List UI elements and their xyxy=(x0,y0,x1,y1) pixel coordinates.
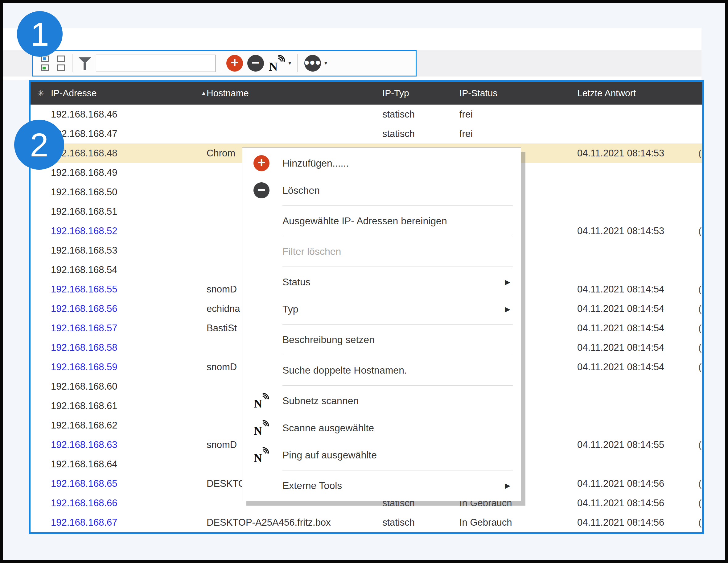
toolbar-separator xyxy=(72,54,72,72)
ip-address-cell: 192.168.168.49 xyxy=(51,167,207,178)
last-response-cell: 04.11.2021 08:14:54 xyxy=(577,284,702,295)
scan-button[interactable]: N xyxy=(268,55,285,72)
last-response-cell: 04.11.2021 08:14:53 xyxy=(577,148,702,159)
ip-address-cell: 192.168.168.66 xyxy=(51,498,207,509)
scan-icon: N xyxy=(253,447,269,463)
layout-empty-cell-icon xyxy=(57,64,65,71)
clipped-next-column-fragment xyxy=(698,416,702,435)
menu-separator xyxy=(282,266,513,267)
column-header-ip-typ[interactable]: IP-Typ xyxy=(382,88,459,98)
ip-address-cell: 192.168.168.52 xyxy=(51,225,207,236)
layout-empty-cell-icon xyxy=(57,55,65,62)
clipped-next-column-fragment xyxy=(698,396,702,416)
clipped-next-column-fragment: ( xyxy=(698,299,702,319)
column-header-ip[interactable]: IP-Adresse ▲ xyxy=(51,88,207,98)
add-ip-button[interactable]: + xyxy=(226,55,243,72)
last-response-cell: 04.11.2021 08:14:54 xyxy=(577,303,702,315)
menu-item-label: Suche doppelte Hostnamen. xyxy=(282,365,407,376)
submenu-arrow-icon: ▶ xyxy=(505,278,510,286)
menu-item[interactable]: NSubnetz scannen xyxy=(242,387,521,414)
toolbar-separator xyxy=(297,54,298,72)
menu-item[interactable]: −Löschen xyxy=(242,177,521,204)
scan-icon: N xyxy=(253,420,282,436)
ip-address-cell: 192.168.168.58 xyxy=(51,342,207,353)
ip-address-cell: 192.168.168.55 xyxy=(51,284,207,295)
column-header-hostname[interactable]: Hostname xyxy=(207,88,382,98)
plus-circle-icon: + xyxy=(253,155,282,171)
ip-status-cell: frei xyxy=(459,128,577,139)
step-badge-1: 1 xyxy=(17,11,63,57)
header-marker-icon[interactable]: ✳ xyxy=(31,88,51,98)
menu-separator xyxy=(282,324,513,325)
ip-address-cell: 192.168.168.67 xyxy=(51,517,207,528)
clipped-next-column-fragment: ( xyxy=(698,221,702,240)
submenu-arrow-icon: ▶ xyxy=(505,305,510,314)
menu-separator xyxy=(282,470,513,471)
menu-item[interactable]: Ausgewählte IP- Adressen bereinigen xyxy=(242,207,521,234)
ip-address-cell: 192.168.168.46 xyxy=(51,109,207,120)
clipped-next-column-fragment: ( xyxy=(698,474,702,493)
more-dropdown-caret-icon[interactable]: ▼ xyxy=(323,60,328,66)
table-row[interactable]: 192.168.168.47 statisch frei xyxy=(31,124,702,143)
clipped-next-column-fragment xyxy=(698,202,702,221)
menu-item[interactable]: Suche doppelte Hostnamen. xyxy=(242,357,521,384)
clipped-next-column-fragment: ( xyxy=(698,493,702,513)
menu-item[interactable]: Status▶ xyxy=(242,268,521,296)
clipped-next-column-fragment xyxy=(698,377,702,396)
menu-item[interactable]: NPing auf ausgewählte xyxy=(242,442,521,469)
hostname-cell: DESKTOP-A25A456.fritz.box xyxy=(207,517,382,528)
filter-icon[interactable] xyxy=(79,55,91,71)
ip-address-cell: 192.168.168.56 xyxy=(51,303,207,315)
ip-typ-cell: statisch xyxy=(382,517,459,528)
column-header-letzte-antwort[interactable]: Letzte Antwort xyxy=(577,88,702,98)
menu-item[interactable]: Externe Tools▶ xyxy=(242,472,521,499)
clipped-next-column-fragment: ( xyxy=(698,513,702,532)
column-header-ip-label: IP-Adresse xyxy=(51,88,97,98)
column-header-ip-status[interactable]: IP-Status xyxy=(459,88,577,98)
top-white-band xyxy=(3,28,701,50)
ip-address-cell: 192.168.168.51 xyxy=(51,206,207,217)
remove-ip-button[interactable]: − xyxy=(247,55,264,72)
minus-circle-icon: − xyxy=(253,182,282,198)
ellipsis-icon: ••• xyxy=(304,55,321,70)
svg-text:N: N xyxy=(269,60,278,72)
more-actions-button[interactable]: ••• xyxy=(304,55,321,72)
scan-icon: N xyxy=(253,420,269,436)
clipped-next-column-fragment xyxy=(698,454,702,474)
last-response-cell: 04.11.2021 08:14:55 xyxy=(577,439,702,450)
table-row[interactable]: 192.168.168.46 statisch frei xyxy=(31,105,702,124)
plus-icon: + xyxy=(231,56,239,69)
menu-item[interactable]: NScanne ausgewählte xyxy=(242,414,521,442)
ip-address-cell: 192.168.168.53 xyxy=(51,245,207,256)
column-layout-icon[interactable] xyxy=(39,55,51,71)
ip-address-cell: 192.168.168.62 xyxy=(51,420,207,431)
table-row[interactable]: 192.168.168.67 DESKTOP-A25A456.fritz.box… xyxy=(31,513,702,532)
menu-item-label: Ping auf ausgewählte xyxy=(282,450,377,461)
last-response-cell: 04.11.2021 08:14:54 xyxy=(577,362,702,373)
menu-item-label: Löschen xyxy=(282,185,320,196)
menu-item[interactable]: Typ▶ xyxy=(242,296,521,323)
ip-address-cell: 192.168.168.47 xyxy=(51,128,207,139)
clipped-next-column-fragment xyxy=(698,240,702,260)
ip-typ-cell: statisch xyxy=(382,109,459,120)
menu-item-label: Typ xyxy=(282,304,298,315)
clipped-next-column-fragment: ( xyxy=(698,279,702,299)
menu-item-label: Beschreibung setzen xyxy=(282,334,375,346)
table-header-row: ✳ IP-Adresse ▲ Hostname IP-Typ IP-Status… xyxy=(31,82,702,105)
menu-item[interactable]: +Hinzufügen...... xyxy=(242,150,521,177)
scan-dropdown-caret-icon[interactable]: ▼ xyxy=(287,60,292,66)
ip-address-cell: 192.168.168.48 xyxy=(51,148,207,159)
menu-item-label: Ausgewählte IP- Adressen bereinigen xyxy=(282,215,447,227)
ip-address-cell: 192.168.168.59 xyxy=(51,362,207,373)
menu-item[interactable]: Beschreibung setzen xyxy=(242,326,521,353)
last-response-cell: 04.11.2021 08:14:54 xyxy=(577,342,702,353)
ip-address-cell: 192.168.168.61 xyxy=(51,401,207,412)
svg-text:N: N xyxy=(254,397,262,409)
layout-bottom-cell-icon xyxy=(41,64,49,71)
submenu-arrow-icon: ▶ xyxy=(505,482,510,490)
last-response-cell: 04.11.2021 08:14:56 xyxy=(577,498,702,509)
filter-input[interactable] xyxy=(96,55,216,72)
scan-icon: N xyxy=(268,55,285,72)
row-layout-icon[interactable] xyxy=(56,55,67,71)
scan-icon: N xyxy=(253,393,282,409)
